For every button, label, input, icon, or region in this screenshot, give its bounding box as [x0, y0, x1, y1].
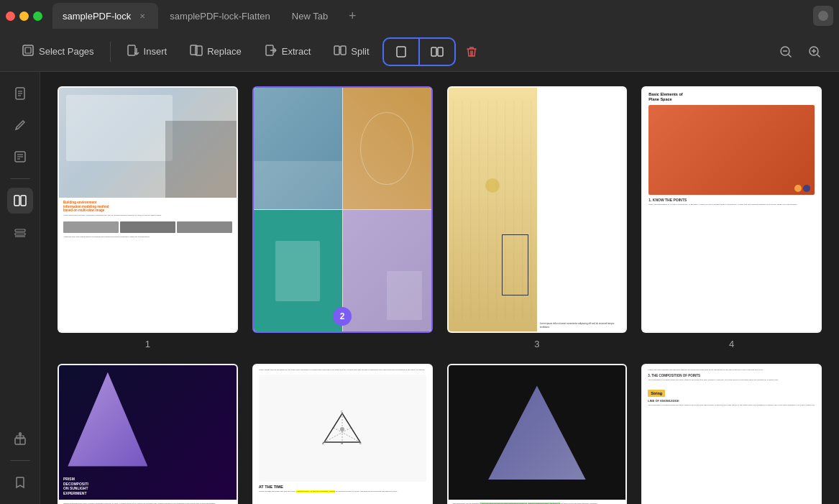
extract-label: Extract [282, 46, 311, 57]
sidebar-icon-bookmark[interactable] [7, 469, 33, 495]
svg-text:A: A [322, 441, 324, 445]
page-thumb-5[interactable]: PRISMDECOMPOSITION SUNLIGHTEXPERIMENT Ne… [58, 364, 238, 504]
sidebar-icon-pen[interactable] [7, 112, 33, 138]
tab-new[interactable]: New Tab [282, 3, 338, 29]
svg-rect-35 [21, 196, 26, 206]
sidebar-icon-document[interactable] [7, 81, 33, 106]
app-logo [813, 6, 833, 26]
extract-button[interactable]: Extract [255, 38, 321, 65]
svg-rect-34 [14, 196, 19, 206]
page-thumb-2[interactable]: 2 [252, 86, 433, 333]
sidebar-icon-pages[interactable] [7, 188, 33, 214]
page-card-5[interactable]: PRISMDECOMPOSITION SUNLIGHTEXPERIMENT Ne… [58, 364, 238, 504]
svg-rect-3 [128, 45, 135, 55]
tab-label: samplePDF-lock-Flatten [170, 11, 270, 22]
tab-label: New Tab [292, 11, 328, 22]
insert-button[interactable]: Insert [116, 38, 178, 65]
svg-rect-14 [341, 46, 346, 55]
two-page-view-button[interactable] [420, 39, 454, 65]
close-traffic-light[interactable] [6, 12, 15, 21]
page-card-8[interactable]: Points also have dominant and reclusive … [641, 364, 822, 504]
page-card-1[interactable]: Building environmentinformation modeling… [58, 86, 238, 349]
minimize-traffic-light[interactable] [19, 12, 29, 21]
svg-rect-37 [15, 233, 25, 235]
svg-point-46 [340, 427, 344, 431]
insert-label: Insert [144, 46, 168, 57]
main-toolbar: Select Pages Insert Replace [0, 32, 839, 72]
traffic-lights [6, 12, 42, 21]
split-icon [334, 44, 347, 60]
sidebar-icon-layers[interactable] [7, 219, 33, 245]
page-thumb-1[interactable]: Building environmentinformation modeling… [58, 86, 238, 333]
page-badge-2: 2 [333, 307, 352, 326]
delete-button[interactable] [459, 39, 485, 65]
sidebar-icon-gift[interactable] [7, 426, 33, 452]
maximize-traffic-light[interactable] [33, 12, 42, 21]
sidebar-divider-1 [10, 178, 30, 179]
view-toggle-group [382, 37, 456, 66]
page-number-3: 3 [534, 339, 539, 349]
tab-samplepdf-lock[interactable]: samplePDF-lock ✕ [52, 3, 158, 29]
zoom-in-button[interactable] [802, 39, 827, 65]
page-card-7[interactable]: This experiment can be repeated — and ov… [447, 364, 628, 504]
replace-label: Replace [207, 46, 242, 57]
svg-point-0 [818, 11, 828, 21]
new-tab-button[interactable]: + [342, 6, 362, 26]
extract-icon [265, 44, 278, 60]
page-card-2[interactable]: 2 [252, 86, 433, 349]
svg-text:B: B [359, 441, 362, 445]
toolbar-sep-1 [110, 42, 111, 62]
svg-line-25 [817, 55, 820, 57]
page-card-6[interactable]: These studies laid the foundation for th… [252, 364, 433, 504]
svg-rect-16 [397, 47, 405, 57]
page-number-1: 1 [145, 339, 150, 349]
svg-rect-13 [334, 46, 339, 55]
tab-samplepdf-flatten[interactable]: samplePDF-lock-Flatten [160, 3, 280, 29]
page-card-3[interactable]: Lorem ipsum dolor sit amet consectetur a… [447, 86, 628, 349]
select-pages-icon [22, 44, 35, 60]
page-card-4[interactable]: Basic Elements ofPlane Space 1. KNOW THE… [641, 86, 822, 349]
sidebar-icon-text[interactable] [7, 144, 33, 170]
zoom-out-button[interactable] [773, 39, 799, 65]
svg-rect-18 [438, 47, 443, 56]
main-area: Building environmentinformation modeling… [0, 72, 839, 504]
svg-line-21 [789, 55, 791, 57]
svg-text:M: M [341, 441, 343, 445]
tab-bar: samplePDF-lock ✕ samplePDF-lock-Flatten … [0, 0, 839, 32]
svg-rect-2 [25, 47, 31, 53]
page-grid: Building environmentinformation modeling… [40, 72, 839, 504]
page-thumb-8[interactable]: Points also have dominant and reclusive … [641, 364, 822, 504]
select-pages-label: Select Pages [39, 46, 94, 57]
tab-label: samplePDF-lock [63, 11, 131, 22]
svg-rect-17 [431, 47, 436, 56]
single-page-view-button[interactable] [384, 39, 420, 65]
page-thumb-3[interactable]: Lorem ipsum dolor sit amet consectetur a… [447, 86, 628, 333]
tab-close-button[interactable]: ✕ [137, 10, 148, 22]
sidebar-divider-2 [10, 460, 30, 461]
page-thumb-7[interactable]: This experiment can be repeated — and ov… [447, 364, 628, 504]
insert-icon [127, 44, 139, 60]
svg-rect-1 [23, 45, 33, 55]
svg-rect-36 [15, 229, 25, 232]
split-button[interactable]: Split [324, 38, 379, 65]
svg-text:C: C [341, 410, 343, 413]
left-sidebar [0, 72, 40, 504]
select-pages-button[interactable]: Select Pages [12, 38, 104, 65]
split-label: Split [351, 46, 369, 57]
page-thumb-4[interactable]: Basic Elements ofPlane Space 1. KNOW THE… [641, 86, 822, 333]
replace-icon [190, 44, 203, 60]
page-number-4: 4 [729, 339, 734, 349]
replace-button[interactable]: Replace [180, 38, 252, 65]
page-thumb-6[interactable]: These studies laid the foundation for th… [252, 364, 433, 504]
